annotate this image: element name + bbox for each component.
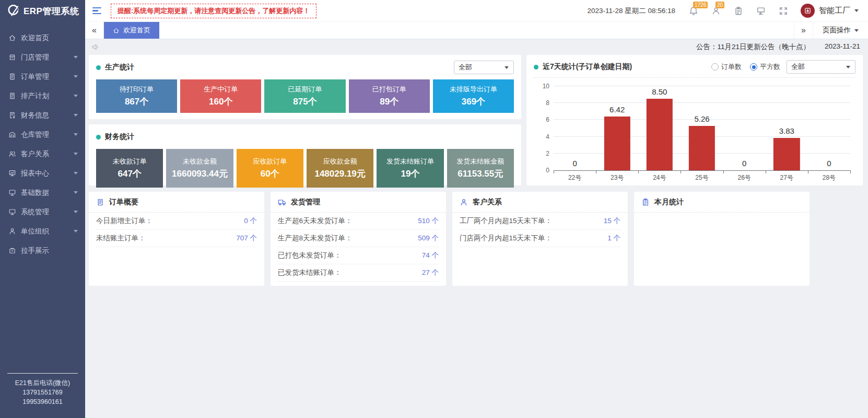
summary-row-value[interactable]: 1 个 [607,234,620,243]
production-stat-card[interactable]: 未排版导出订单369个 [433,79,514,113]
summary-row-value[interactable]: 509 个 [418,234,439,243]
x-axis-tick-label: 24号 [638,171,681,181]
content: 公告：11月21日更新公告（晚十点） 2023-11-21 生产统计 全部 [85,39,868,418]
sidebar-item-label: 基础数据 [21,188,49,198]
summary-row-label: 工厂两个月内超15天未下单： [460,216,552,226]
summary-row-value[interactable]: 707 个 [236,234,257,243]
finance-header: 财务统计 [96,129,514,145]
menu-collapse-icon[interactable] [92,7,101,15]
sidebar-item[interactable]: 拉手展示 [0,241,85,260]
production-stat-card[interactable]: 待打印订单867个 [96,79,177,113]
notice-text[interactable]: 公告：11月21日更新公告（晚十点） [696,42,810,52]
bar-24号[interactable] [647,99,673,170]
topbar-right: 2023-11-28 星期二 08:56:18 172620 智能工厂 [587,4,859,18]
chart-column: 6.42 [596,86,638,170]
sidebar-item-label: 财务信息 [21,111,49,120]
radio-option[interactable]: 订单数 [711,62,742,72]
production-filter-value: 全部 [459,63,472,72]
bar-25号[interactable] [689,126,715,170]
x-axis-tick-label: 26号 [723,171,766,181]
sidebar-item[interactable]: 排产计划 [0,86,85,106]
app-title: ERP管理系统 [24,5,79,17]
document-icon [96,198,104,206]
tabbar: « 欢迎首页 » 页面操作 [85,22,868,39]
sidebar-item-label: 报表中心 [21,169,49,178]
tabs-scroll-left-icon[interactable]: « [85,22,104,39]
summary-row-value[interactable]: 15 个 [604,216,620,226]
tab-home[interactable]: 欢迎首页 [104,22,159,39]
x-axis-tick-label: 22号 [554,171,596,181]
screen-icon[interactable] [756,6,766,16]
clipboard-icon [641,198,650,206]
finance-stat-card[interactable]: 未收款金额1660093.44元 [166,149,233,188]
production-filter-select[interactable]: 全部 [454,61,514,74]
production-stat-card[interactable]: 已打包订单89个 [349,79,430,113]
bar-value-label: 3.83 [760,126,813,135]
y-axis-tick-label: 10 [543,83,549,90]
stat-card-value: 60个 [261,168,279,180]
user-icon[interactable]: 20 [711,6,721,16]
report-icon [8,169,16,177]
bell-icon[interactable]: 1726 [689,6,698,16]
home-icon [8,34,16,42]
production-stat-card[interactable]: 已延期订单875个 [264,79,345,113]
chart-column: 0 [723,86,766,170]
x-axis-tick [723,170,724,173]
radio-option[interactable]: 平方数 [750,62,780,72]
summary-panel-header: 订单概要 [89,192,264,213]
summary-row-value[interactable]: 74 个 [422,251,439,260]
contact-line-2: 13791551769 [7,388,78,397]
x-axis-tick-label: 28号 [808,171,850,181]
bar-27号[interactable] [773,138,800,170]
x-axis-tick [596,170,596,173]
bar-23号[interactable] [604,117,630,170]
production-stat-card[interactable]: 生产中订单160个 [180,79,261,113]
handshake-icon [8,247,16,254]
summary-row-value[interactable]: 27 个 [422,268,439,277]
chart-column: 3.83 [766,86,808,170]
summary-row-label: 今日新增主订单： [96,216,153,226]
summary-row-value[interactable]: 0 个 [244,216,257,226]
chevron-down-icon [74,114,78,117]
chevron-down-icon [854,29,859,32]
notice-date: 2023-11-21 [825,42,860,52]
sidebar-item[interactable]: 欢迎首页 [0,28,85,48]
chevron-down-icon [74,191,78,194]
summary-panel-title: 本月统计 [654,198,684,207]
notice-row: 公告：11月21日更新公告（晚十点） 2023-11-21 [89,39,863,55]
sidebar: ERP管理系统 欢迎首页门店管理订单管理排产计划财务信息仓库管理客户关系报表中心… [0,0,85,418]
app-logo: ERP管理系统 [0,0,85,22]
finance-stat-card[interactable]: 发货未结账订单19个 [377,149,443,188]
stat-card-value: 1660093.44元 [172,168,228,180]
fullscreen-icon[interactable] [779,6,788,16]
sidebar-item[interactable]: 财务信息 [0,106,85,125]
sidebar-item[interactable]: 基础数据 [0,183,85,202]
sidebar-item[interactable]: 系统管理 [0,202,85,222]
store-icon [8,53,16,61]
sidebar-item[interactable]: 单位组织 [0,222,85,241]
finance-stat-card[interactable]: 应收款金额148029.19元 [307,149,373,188]
stat-card-value: 19个 [401,168,420,180]
finance-stat-card[interactable]: 发货未结账金额61153.55元 [447,149,514,188]
tabs-scroll-right-icon[interactable]: » [794,22,813,39]
chart-filter-select[interactable]: 全部 [787,60,855,74]
clipboard-icon[interactable] [734,6,743,16]
sidebar-item[interactable]: 仓库管理 [0,125,85,144]
sidebar-item[interactable]: 报表中心 [0,164,85,183]
summary-row-value[interactable]: 510 个 [418,216,439,226]
stat-card-label: 未收款订单 [113,157,147,166]
sidebar-item[interactable]: 门店管理 [0,48,85,67]
stats-left-column: 生产统计 全部 待打印订单867个生产中订单160个已延期订单875个已打包订单… [89,55,521,185]
page-actions-dropdown[interactable]: 页面操作 [813,22,868,39]
chart-panel: 近7天统计(子订单创建日期) 订单数平方数 全部 024681006.428.5… [526,55,863,185]
stat-card-label: 发货未结账金额 [456,157,504,166]
finance-stat-card[interactable]: 未收款订单647个 [96,149,163,188]
monitor-icon [8,208,16,216]
sidebar-item[interactable]: 订单管理 [0,67,85,86]
finance-stat-card[interactable]: 应收款订单60个 [237,149,303,188]
account-menu[interactable]: 智能工厂 [801,4,859,18]
chart-filter-value: 全部 [791,62,805,72]
bar-value-label: 8.50 [633,87,686,96]
radio-label: 订单数 [721,62,742,72]
sidebar-item[interactable]: 客户关系 [0,144,85,164]
